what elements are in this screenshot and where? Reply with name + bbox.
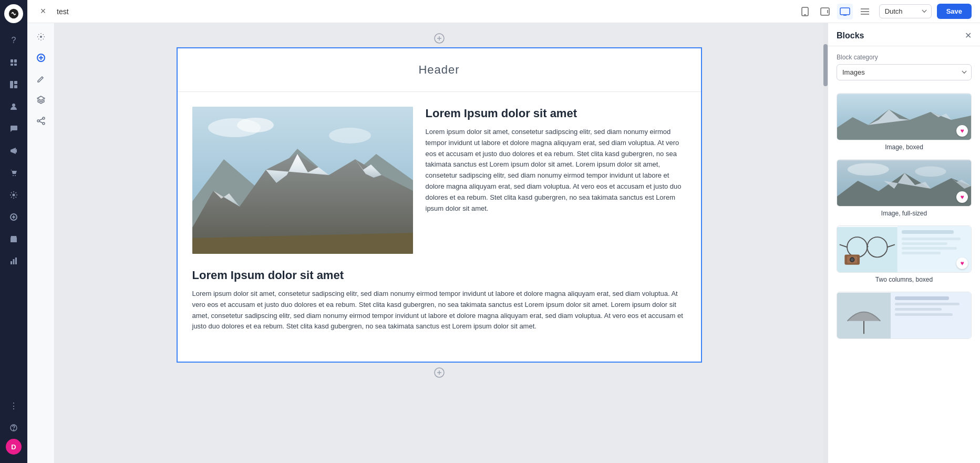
text-section: Lorem Ipsum dolor sit amet Lorem ipsum d… bbox=[178, 269, 701, 347]
canvas-edit-icon[interactable] bbox=[32, 69, 50, 88]
block-item-partial[interactable] bbox=[837, 292, 972, 339]
svg-point-10 bbox=[15, 175, 16, 176]
page-canvas: Header bbox=[177, 47, 702, 363]
svg-point-34 bbox=[43, 122, 45, 125]
section1-body: Lorem ipsum dolor sit amet, consetetur s… bbox=[426, 127, 686, 214]
svg-rect-6 bbox=[14, 81, 17, 84]
svg-point-17 bbox=[14, 430, 14, 430]
favorite-icon-1[interactable]: ♥ bbox=[956, 125, 968, 137]
favorite-icon-2[interactable]: ♥ bbox=[956, 191, 968, 203]
block-label-2: Image, full-sized bbox=[837, 210, 972, 217]
user-avatar[interactable]: D bbox=[6, 439, 22, 455]
device-switcher bbox=[797, 4, 873, 19]
svg-rect-15 bbox=[15, 258, 17, 264]
block-thumbnail-2: ♥ bbox=[837, 159, 972, 207]
right-panel-title: Blocks bbox=[837, 31, 864, 40]
canvas-scrollbar[interactable] bbox=[823, 23, 828, 463]
page-title: test bbox=[57, 7, 791, 16]
save-button[interactable]: Save bbox=[937, 4, 972, 19]
canvas-settings-icon[interactable] bbox=[32, 27, 50, 46]
svg-rect-13 bbox=[11, 261, 12, 264]
right-panel: Blocks ✕ Block category Images Text Butt… bbox=[828, 23, 980, 463]
header-block-text: Header bbox=[418, 63, 459, 76]
svg-point-43 bbox=[329, 128, 371, 143]
add-section-top-button[interactable] bbox=[434, 33, 445, 44]
header-block[interactable]: Header bbox=[178, 48, 701, 92]
svg-rect-5 bbox=[10, 81, 13, 88]
block-category-select[interactable]: Images Text Buttons Headers Columns bbox=[837, 64, 972, 80]
section2-title: Lorem Ipsum dolor sit amet bbox=[192, 269, 686, 282]
svg-rect-4 bbox=[14, 64, 17, 66]
language-select[interactable]: Dutch English French German Spanish bbox=[879, 4, 932, 18]
canvas-add-icon[interactable] bbox=[32, 48, 50, 67]
sidebar-item-layout[interactable] bbox=[4, 75, 23, 94]
sidebar-item-chat[interactable] bbox=[4, 119, 23, 138]
svg-point-32 bbox=[43, 117, 45, 119]
sidebar-item-add[interactable] bbox=[4, 208, 23, 227]
block-thumbnail-4 bbox=[837, 292, 972, 339]
right-panel-header: Blocks ✕ bbox=[828, 23, 980, 46]
list-view-button[interactable] bbox=[857, 4, 873, 19]
image-text-section: Lorem Ipsum dolor sit amet Lorem ipsum d… bbox=[178, 92, 701, 269]
close-button[interactable]: × bbox=[36, 4, 50, 19]
svg-point-8 bbox=[12, 104, 15, 107]
svg-rect-7 bbox=[14, 85, 17, 88]
logo[interactable] bbox=[4, 4, 23, 23]
favorite-icon-3[interactable]: ♥ bbox=[956, 258, 968, 269]
sidebar-item-ecommerce[interactable] bbox=[4, 163, 23, 182]
canvas-area[interactable]: Header bbox=[55, 23, 823, 463]
tablet-view-button[interactable] bbox=[817, 4, 833, 19]
block-item-image-boxed[interactable]: ♥ Image, boxed bbox=[837, 93, 972, 151]
svg-point-28 bbox=[40, 36, 42, 38]
block-category-label: Block category bbox=[837, 54, 972, 61]
svg-line-35 bbox=[39, 119, 43, 120]
svg-point-11 bbox=[13, 194, 15, 197]
svg-rect-1 bbox=[11, 59, 13, 63]
sidebar-item-pages[interactable] bbox=[4, 53, 23, 72]
svg-rect-3 bbox=[11, 64, 13, 66]
svg-rect-22 bbox=[840, 8, 850, 15]
scrollbar-thumb[interactable] bbox=[823, 44, 828, 86]
block-item-two-columns[interactable]: ♥ Two columns, boxed bbox=[837, 225, 972, 283]
sidebar-item-help-bottom[interactable] bbox=[4, 418, 23, 437]
canvas-share-icon[interactable] bbox=[32, 111, 50, 130]
right-panel-close-button[interactable]: ✕ bbox=[965, 30, 972, 40]
svg-point-33 bbox=[37, 120, 39, 122]
section1-text: Lorem Ipsum dolor sit amet Lorem ipsum d… bbox=[426, 107, 686, 254]
svg-line-68 bbox=[867, 246, 868, 247]
svg-point-42 bbox=[237, 118, 274, 132]
sidebar-item-marketing[interactable] bbox=[4, 141, 23, 160]
canvas-layers-icon[interactable] bbox=[32, 90, 50, 109]
sidebar-item-help[interactable]: ? bbox=[4, 31, 23, 50]
section2-body: Lorem ipsum dolor sit amet, consetetur s… bbox=[192, 289, 686, 332]
svg-point-59 bbox=[915, 166, 946, 177]
sidebar-item-users[interactable] bbox=[4, 97, 23, 116]
sidebar-item-settings[interactable] bbox=[4, 186, 23, 204]
svg-point-58 bbox=[848, 163, 889, 176]
topbar: × test Dutch English French German Spani… bbox=[27, 0, 980, 23]
desktop-view-button[interactable] bbox=[837, 4, 853, 19]
block-label-3: Two columns, boxed bbox=[837, 276, 972, 283]
block-item-image-full[interactable]: ♥ Image, full-sized bbox=[837, 159, 972, 217]
sidebar-item-more[interactable]: ⋮ bbox=[4, 396, 23, 415]
main-wrapper: × test Dutch English French German Spani… bbox=[27, 0, 980, 463]
section-image[interactable] bbox=[192, 107, 413, 254]
sidebar-item-analytics[interactable] bbox=[4, 252, 23, 271]
section1-title: Lorem Ipsum dolor sit amet bbox=[426, 107, 686, 120]
block-thumbnail-1: ♥ bbox=[837, 93, 972, 140]
block-thumbnail-3: ♥ bbox=[837, 225, 972, 273]
block-category-section: Block category Images Text Buttons Heade… bbox=[828, 46, 980, 88]
svg-point-72 bbox=[851, 258, 854, 261]
content-row: Header bbox=[27, 23, 980, 463]
svg-point-9 bbox=[13, 175, 14, 176]
blocks-list: ♥ Image, boxed bbox=[828, 88, 980, 463]
add-section-bottom-button[interactable] bbox=[434, 367, 445, 378]
topbar-right: Dutch English French German Spanish Save bbox=[879, 4, 972, 19]
svg-line-36 bbox=[39, 121, 43, 123]
svg-rect-14 bbox=[13, 259, 15, 264]
canvas-sidebar bbox=[27, 23, 55, 463]
svg-rect-2 bbox=[14, 59, 17, 63]
sidebar-item-store[interactable] bbox=[4, 230, 23, 249]
left-sidebar: ? ⋮ D bbox=[0, 0, 27, 463]
mobile-view-button[interactable] bbox=[797, 4, 813, 19]
